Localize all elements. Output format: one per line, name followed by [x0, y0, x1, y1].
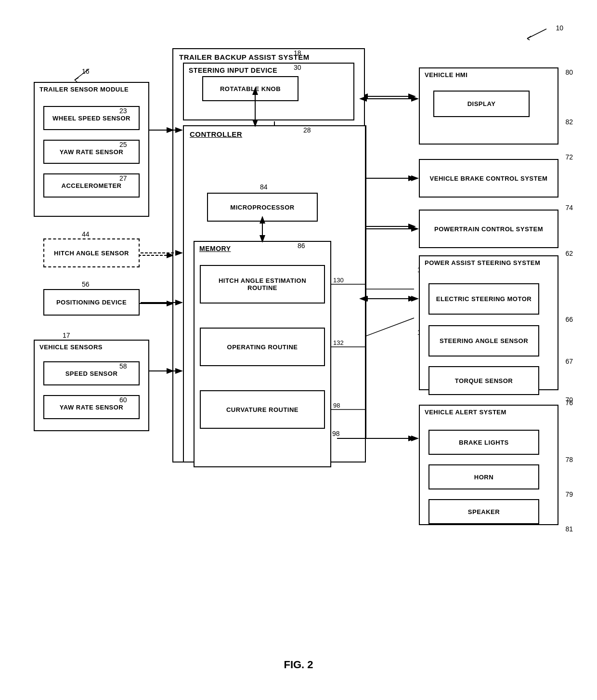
- accelerometer-label: ACCELEROMETER: [62, 182, 122, 189]
- ref-84: 84: [260, 183, 268, 191]
- ref-44: 44: [82, 230, 90, 238]
- ref-76: 76: [565, 399, 573, 407]
- electric-steering-motor-box: ELECTRIC STEERING MOTOR: [428, 283, 539, 315]
- ref-67: 67: [565, 357, 573, 365]
- positioning-device-box: POSITIONING DEVICE: [43, 289, 140, 316]
- speaker-box: SPEAKER: [428, 499, 539, 524]
- trailer-backup-assist-label: TRAILER BACKUP ASSIST SYSTEM: [179, 53, 310, 61]
- svg-line-15: [527, 36, 531, 39]
- speaker-label: SPEAKER: [468, 508, 500, 515]
- steering-angle-sensor-label: STEERING ANGLE SENSOR: [440, 337, 528, 344]
- powertrain-control-label: POWERTRAIN CONTROL SYSTEM: [434, 225, 543, 233]
- trailer-sensor-module-label: TRAILER SENSOR MODULE: [39, 86, 129, 93]
- ref-66: 66: [565, 316, 573, 323]
- figure-caption: FIG. 2: [284, 659, 313, 671]
- ref-80: 80: [565, 68, 573, 76]
- ref-25: 25: [119, 141, 127, 148]
- ref-10: 10: [556, 24, 563, 32]
- powertrain-control-box: POWERTRAIN CONTROL SYSTEM: [419, 210, 558, 248]
- steering-input-device-label: STEERING INPUT DEVICE: [189, 66, 277, 74]
- ref-58: 58: [119, 362, 127, 370]
- rotatable-knob-label: ROTATABLE KNOB: [220, 85, 281, 92]
- rotatable-knob-box: ROTATABLE KNOB: [202, 76, 298, 101]
- horn-box: HORN: [428, 464, 539, 489]
- ref-60: 60: [119, 396, 127, 404]
- torque-sensor-label: TORQUE SENSOR: [455, 377, 513, 384]
- torque-sensor-box: TORQUE SENSOR: [428, 366, 539, 395]
- memory-label: MEMORY: [199, 245, 231, 252]
- microprocessor-box: MICROPROCESSOR: [207, 193, 318, 222]
- ref-27: 27: [119, 174, 127, 182]
- vehicle-sensors-label: VEHICLE SENSORS: [39, 343, 103, 351]
- operating-routine-label: OPERATING ROUTINE: [227, 343, 298, 351]
- ref-86: 86: [298, 242, 305, 250]
- ref-17: 17: [63, 331, 70, 339]
- brake-lights-box: BRAKE LIGHTS: [428, 430, 539, 455]
- power-assist-steering-label: POWER ASSIST STEERING SYSTEM: [425, 259, 540, 266]
- microprocessor-label: MICROPROCESSOR: [230, 204, 294, 211]
- ref-82: 82: [565, 118, 573, 126]
- yaw-rate-sensor-vehicle-label: YAW RATE SENSOR: [60, 404, 123, 411]
- ref-72: 72: [565, 153, 573, 161]
- vehicle-brake-control-label: VEHICLE BRAKE CONTROL SYSTEM: [430, 175, 548, 182]
- ref-18: 18: [294, 49, 301, 57]
- ref-30: 30: [294, 64, 301, 71]
- yaw-rate-sensor-trailer-label: YAW RATE SENSOR: [60, 148, 123, 156]
- wheel-speed-sensor-label: WHEEL SPEED SENSOR: [52, 115, 130, 122]
- controller-label: CONTROLLER: [190, 130, 242, 138]
- vehicle-hmi-label: VEHICLE HMI: [425, 71, 467, 79]
- ref-62: 62: [565, 250, 573, 257]
- svg-line-19: [75, 80, 77, 82]
- display-label: DISPLAY: [467, 100, 496, 107]
- ref-56: 56: [82, 280, 90, 288]
- vehicle-alert-system-label: VEHICLE ALERT SYSTEM: [425, 409, 506, 416]
- curvature-routine-box: CURVATURE ROUTINE: [200, 390, 325, 429]
- curvature-routine-label: CURVATURE ROUTINE: [226, 406, 298, 413]
- svg-line-18: [75, 78, 78, 80]
- hitch-angle-estimation-label: HITCH ANGLE ESTIMATION ROUTINE: [205, 277, 320, 291]
- svg-line-16: [527, 39, 530, 40]
- ref-23: 23: [119, 107, 127, 115]
- operating-routine-box: OPERATING ROUTINE: [200, 328, 325, 366]
- hitch-angle-estimation-box: HITCH ANGLE ESTIMATION ROUTINE: [200, 265, 325, 304]
- hitch-angle-sensor-box: HITCH ANGLE SENSOR: [43, 238, 140, 267]
- ref-28: 28: [303, 126, 311, 134]
- vehicle-brake-control-box: VEHICLE BRAKE CONTROL SYSTEM: [419, 159, 558, 198]
- ref-81: 81: [565, 525, 573, 533]
- steering-angle-sensor-box: STEERING ANGLE SENSOR: [428, 325, 539, 357]
- display-box: DISPLAY: [433, 91, 530, 117]
- speed-sensor-label: SPEED SENSOR: [65, 370, 118, 377]
- positioning-device-label: POSITIONING DEVICE: [56, 299, 127, 306]
- electric-steering-motor-label: ELECTRIC STEERING MOTOR: [436, 295, 532, 303]
- ref-74: 74: [565, 204, 573, 211]
- ref-98: 98: [332, 430, 340, 437]
- horn-label: HORN: [474, 474, 493, 481]
- ref-78: 78: [565, 456, 573, 463]
- ref-79: 79: [565, 490, 573, 498]
- hitch-angle-sensor-label: HITCH ANGLE SENSOR: [54, 250, 129, 257]
- brake-lights-label: BRAKE LIGHTS: [459, 439, 509, 446]
